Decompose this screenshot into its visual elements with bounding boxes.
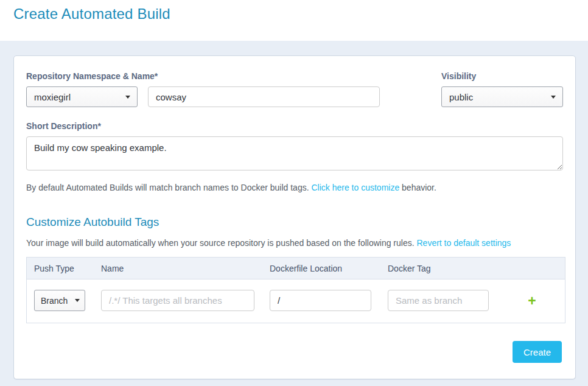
autobuild-tags-heading: Customize Autobuild Tags	[26, 216, 563, 229]
revert-default-settings-link[interactable]: Revert to default settings	[417, 238, 511, 248]
push-type-select[interactable]: Branch	[34, 290, 85, 311]
actions-row: Create	[26, 341, 563, 363]
caret-down-icon	[551, 96, 556, 99]
description-textarea[interactable]: Build my cow speaking example.	[26, 136, 563, 170]
dockerfile-location-input[interactable]	[270, 290, 371, 311]
add-rule-icon[interactable]: +	[521, 279, 543, 323]
col-header-name: Name	[101, 264, 124, 273]
description-label: Short Description*	[26, 121, 563, 131]
create-build-card: Repository Namespace & Name* moxiegirl V…	[13, 55, 576, 379]
topbar: Create Automated Build	[0, 0, 588, 41]
page-title: Create Automated Build	[13, 5, 575, 23]
visibility-label: Visibility	[441, 71, 563, 81]
repo-namespace-group: Repository Namespace & Name* moxiegirl	[26, 71, 380, 107]
spacer	[380, 71, 441, 107]
namespace-select[interactable]: moxiegirl	[26, 86, 138, 107]
note-text: By default Automated Builds will match b…	[26, 183, 311, 192]
visibility-group: Visibility public	[441, 71, 563, 107]
branch-name-input[interactable]	[101, 290, 254, 311]
note-text: Your image will build automatically when…	[26, 238, 417, 248]
col-header-dockerfile-location: Dockerfile Location	[270, 264, 342, 273]
autobuild-rules-note: Your image will build automatically when…	[26, 238, 563, 248]
autobuild-tags-table: Push Type Name Dockerfile Location Docke…	[26, 257, 565, 323]
visibility-select-value: public	[449, 92, 473, 102]
docker-tag-input[interactable]	[388, 290, 489, 311]
namespace-select-value: moxiegirl	[34, 92, 71, 102]
repo-name-input[interactable]	[148, 86, 380, 107]
table-row: Branch +	[27, 279, 565, 323]
content-area: Repository Namespace & Name* moxiegirl V…	[0, 41, 588, 386]
customize-behavior-link[interactable]: Click here to customize	[311, 183, 399, 192]
repo-namespace-label: Repository Namespace & Name*	[26, 71, 380, 81]
note-text: behavior.	[399, 183, 436, 192]
repo-visibility-row: Repository Namespace & Name* moxiegirl V…	[26, 71, 563, 107]
create-button[interactable]: Create	[513, 341, 562, 363]
caret-down-icon	[125, 96, 130, 99]
col-header-push-type: Push Type	[34, 264, 74, 273]
col-header-docker-tag: Docker Tag	[388, 264, 431, 273]
push-type-select-value: Branch	[41, 296, 68, 306]
default-behavior-note: By default Automated Builds will match b…	[26, 183, 563, 192]
table-header-row: Push Type Name Dockerfile Location Docke…	[27, 258, 565, 279]
visibility-select[interactable]: public	[441, 86, 563, 107]
caret-down-icon	[75, 299, 80, 302]
